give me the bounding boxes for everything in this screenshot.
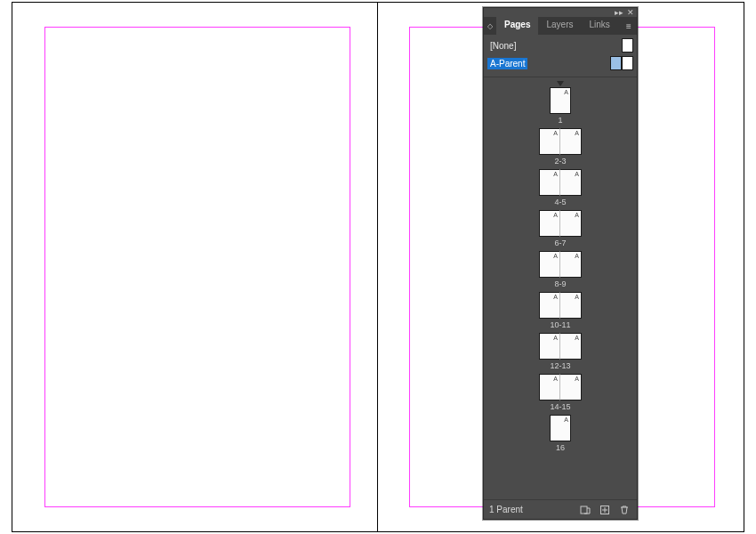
new-page-button[interactable] [598,503,612,517]
page-thumbnail[interactable]: A [539,251,560,278]
spread[interactable]: AA8-9 [539,251,582,288]
page-thumbnail[interactable]: A [539,374,560,400]
tab-cycle-icon[interactable]: ◇ [484,17,496,35]
parent-row-none[interactable]: [None] [487,37,633,53]
applied-parent-badge: A [553,294,558,300]
applied-parent-badge: A [575,335,579,341]
applied-parent-badge: A [564,417,568,423]
applied-parent-badge: A [553,171,558,177]
page-thumbnail[interactable]: A [560,210,582,237]
applied-parent-badge: A [564,89,568,95]
spread-label: 4-5 [554,198,566,206]
parent-thumb-a-left[interactable] [610,56,622,70]
delete-page-button[interactable] [617,503,631,517]
page-thumbnail[interactable]: A [560,128,582,155]
parent-label-a: A-Parent [487,58,527,69]
applied-parent-badge: A [575,212,579,218]
page-thumbnail[interactable]: A [560,292,582,319]
spread-label: 8-9 [554,279,566,288]
page-thumbnail[interactable]: A [560,169,582,196]
spread[interactable]: AA14-15 [539,374,582,411]
page-thumbnail[interactable]: A [539,333,560,360]
page-thumbnail[interactable]: A [550,87,571,114]
tab-pages[interactable]: Pages [496,17,538,35]
spread[interactable]: AA10-11 [539,292,582,329]
spread-label: 1 [558,116,562,125]
spread[interactable]: A16 [550,415,571,452]
pages-panel[interactable]: ▸▸ ✕ ◇ Pages Layers Links ≡ [None] A-Par… [483,7,638,520]
applied-parent-badge: A [575,376,579,382]
page-thumbnail[interactable]: A [560,374,582,400]
spread-label: 14-15 [550,402,570,411]
parent-row-a[interactable]: A-Parent [487,55,633,71]
tab-links[interactable]: Links [581,17,617,35]
panel-menu-icon[interactable]: ≡ [621,17,637,35]
spread-label: 10-11 [550,320,570,329]
applied-parent-badge: A [575,130,579,136]
spread[interactable]: AA2-3 [539,128,582,166]
panel-topbar: ▸▸ ✕ [484,8,637,17]
parent-pages-section: [None] A-Parent [484,35,637,77]
applied-parent-badge: A [553,130,558,136]
spread[interactable]: A1 [550,81,571,125]
document-pages-section[interactable]: A1AA2-3AA4-5AA6-7AA8-9AA10-11AA12-13AA14… [484,77,637,499]
applied-parent-badge: A [553,212,558,218]
svg-rect-0 [581,506,587,514]
spread[interactable]: AA12-13 [539,333,582,370]
spread-label: 16 [556,443,565,452]
spread-label: 6-7 [554,239,566,247]
panel-tabs: ◇ Pages Layers Links ≡ [484,17,637,35]
spread[interactable]: AA6-7 [539,210,582,247]
parent-thumb-a-right[interactable] [622,56,633,70]
document-canvas[interactable] [0,0,756,534]
page-thumbnail[interactable]: A [560,333,582,360]
page-size-button[interactable] [578,503,592,517]
panel-footer: 1 Parent [484,499,637,519]
spread-label: 2-3 [554,157,566,166]
margin-guide-left [44,27,350,507]
applied-parent-badge: A [553,335,558,341]
collapse-icon[interactable]: ▸▸ [615,9,623,17]
applied-parent-badge: A [553,253,558,259]
page-thumbnail[interactable]: A [560,251,582,278]
page-thumbnail[interactable]: A [539,169,560,196]
applied-parent-badge: A [553,376,558,382]
page-thumbnail[interactable]: A [550,415,571,441]
close-icon[interactable]: ✕ [627,9,634,17]
section-marker-icon [557,81,564,86]
applied-parent-badge: A [575,253,579,259]
footer-status: 1 Parent [489,505,523,514]
page-thumbnail[interactable]: A [539,210,560,237]
spread[interactable]: AA4-5 [539,169,582,206]
page-thumbnail[interactable]: A [539,292,560,319]
parent-label-none: [None] [487,40,519,52]
tab-layers[interactable]: Layers [538,17,581,35]
page-thumbnail[interactable]: A [539,128,560,155]
parent-thumb-none[interactable] [622,38,633,53]
spread-label: 12-13 [550,361,570,370]
applied-parent-badge: A [575,171,579,177]
applied-parent-badge: A [575,294,579,300]
